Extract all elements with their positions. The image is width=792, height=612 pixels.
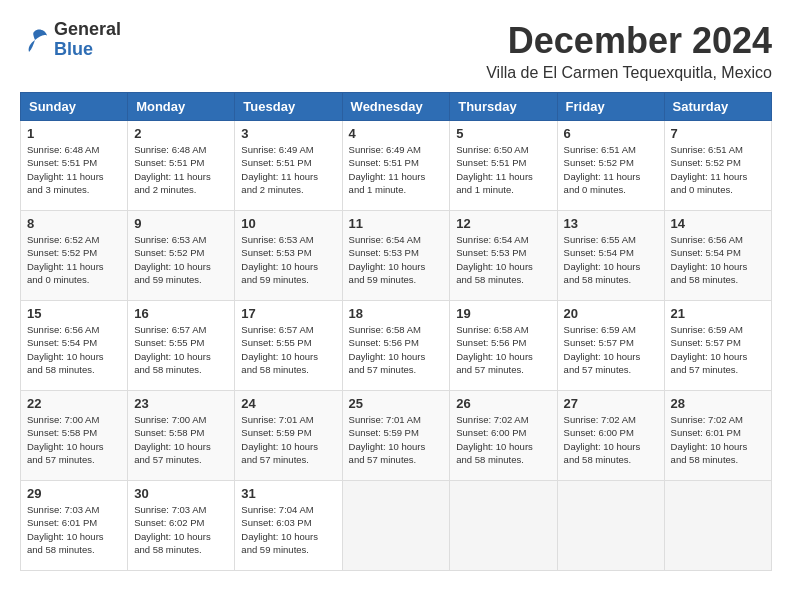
calendar-cell: 30Sunrise: 7:03 AM Sunset: 6:02 PM Dayli… [128,481,235,571]
day-info: Sunrise: 6:51 AM Sunset: 5:52 PM Dayligh… [671,144,748,195]
day-info: Sunrise: 6:57 AM Sunset: 5:55 PM Dayligh… [241,324,318,375]
calendar-cell [450,481,557,571]
day-info: Sunrise: 7:02 AM Sunset: 6:01 PM Dayligh… [671,414,748,465]
day-info: Sunrise: 6:52 AM Sunset: 5:52 PM Dayligh… [27,234,104,285]
calendar-cell: 15Sunrise: 6:56 AM Sunset: 5:54 PM Dayli… [21,301,128,391]
calendar-cell: 23Sunrise: 7:00 AM Sunset: 5:58 PM Dayli… [128,391,235,481]
day-info: Sunrise: 6:48 AM Sunset: 5:51 PM Dayligh… [27,144,104,195]
day-number: 29 [27,486,121,501]
day-number: 8 [27,216,121,231]
day-number: 12 [456,216,550,231]
day-number: 2 [134,126,228,141]
calendar-week-row: 15Sunrise: 6:56 AM Sunset: 5:54 PM Dayli… [21,301,772,391]
day-number: 7 [671,126,765,141]
day-number: 30 [134,486,228,501]
day-info: Sunrise: 7:04 AM Sunset: 6:03 PM Dayligh… [241,504,318,555]
page-header: General Blue December 2024 Villa de El C… [20,20,772,82]
day-info: Sunrise: 6:55 AM Sunset: 5:54 PM Dayligh… [564,234,641,285]
day-number: 5 [456,126,550,141]
day-info: Sunrise: 6:59 AM Sunset: 5:57 PM Dayligh… [671,324,748,375]
day-info: Sunrise: 6:56 AM Sunset: 5:54 PM Dayligh… [671,234,748,285]
calendar-header-friday: Friday [557,93,664,121]
day-number: 4 [349,126,444,141]
calendar-header-wednesday: Wednesday [342,93,450,121]
day-info: Sunrise: 6:48 AM Sunset: 5:51 PM Dayligh… [134,144,211,195]
day-info: Sunrise: 7:01 AM Sunset: 5:59 PM Dayligh… [241,414,318,465]
calendar-cell: 21Sunrise: 6:59 AM Sunset: 5:57 PM Dayli… [664,301,771,391]
day-number: 25 [349,396,444,411]
day-info: Sunrise: 7:03 AM Sunset: 6:02 PM Dayligh… [134,504,211,555]
calendar-cell: 2Sunrise: 6:48 AM Sunset: 5:51 PM Daylig… [128,121,235,211]
calendar-cell: 5Sunrise: 6:50 AM Sunset: 5:51 PM Daylig… [450,121,557,211]
day-info: Sunrise: 7:01 AM Sunset: 5:59 PM Dayligh… [349,414,426,465]
calendar-table: SundayMondayTuesdayWednesdayThursdayFrid… [20,92,772,571]
day-number: 28 [671,396,765,411]
calendar-cell: 28Sunrise: 7:02 AM Sunset: 6:01 PM Dayli… [664,391,771,481]
day-info: Sunrise: 7:00 AM Sunset: 5:58 PM Dayligh… [27,414,104,465]
day-info: Sunrise: 6:49 AM Sunset: 5:51 PM Dayligh… [241,144,318,195]
calendar-cell [664,481,771,571]
calendar-week-row: 8Sunrise: 6:52 AM Sunset: 5:52 PM Daylig… [21,211,772,301]
logo-blue: Blue [54,40,121,60]
calendar-header-row: SundayMondayTuesdayWednesdayThursdayFrid… [21,93,772,121]
day-number: 31 [241,486,335,501]
logo-text: General Blue [54,20,121,60]
day-info: Sunrise: 6:53 AM Sunset: 5:52 PM Dayligh… [134,234,211,285]
calendar-week-row: 29Sunrise: 7:03 AM Sunset: 6:01 PM Dayli… [21,481,772,571]
day-number: 18 [349,306,444,321]
logo: General Blue [20,20,121,60]
calendar-cell: 6Sunrise: 6:51 AM Sunset: 5:52 PM Daylig… [557,121,664,211]
day-info: Sunrise: 6:54 AM Sunset: 5:53 PM Dayligh… [456,234,533,285]
calendar-header-monday: Monday [128,93,235,121]
calendar-cell: 11Sunrise: 6:54 AM Sunset: 5:53 PM Dayli… [342,211,450,301]
day-info: Sunrise: 6:53 AM Sunset: 5:53 PM Dayligh… [241,234,318,285]
day-number: 27 [564,396,658,411]
calendar-cell: 1Sunrise: 6:48 AM Sunset: 5:51 PM Daylig… [21,121,128,211]
month-title: December 2024 [486,20,772,62]
day-info: Sunrise: 6:54 AM Sunset: 5:53 PM Dayligh… [349,234,426,285]
day-info: Sunrise: 6:49 AM Sunset: 5:51 PM Dayligh… [349,144,426,195]
day-number: 22 [27,396,121,411]
calendar-cell: 12Sunrise: 6:54 AM Sunset: 5:53 PM Dayli… [450,211,557,301]
day-number: 20 [564,306,658,321]
day-number: 24 [241,396,335,411]
calendar-cell: 31Sunrise: 7:04 AM Sunset: 6:03 PM Dayli… [235,481,342,571]
calendar-header-thursday: Thursday [450,93,557,121]
calendar-cell: 18Sunrise: 6:58 AM Sunset: 5:56 PM Dayli… [342,301,450,391]
day-info: Sunrise: 6:51 AM Sunset: 5:52 PM Dayligh… [564,144,641,195]
day-number: 9 [134,216,228,231]
calendar-cell: 4Sunrise: 6:49 AM Sunset: 5:51 PM Daylig… [342,121,450,211]
day-number: 6 [564,126,658,141]
calendar-cell: 20Sunrise: 6:59 AM Sunset: 5:57 PM Dayli… [557,301,664,391]
day-number: 23 [134,396,228,411]
day-number: 1 [27,126,121,141]
calendar-cell: 22Sunrise: 7:00 AM Sunset: 5:58 PM Dayli… [21,391,128,481]
calendar-cell: 9Sunrise: 6:53 AM Sunset: 5:52 PM Daylig… [128,211,235,301]
calendar-cell: 7Sunrise: 6:51 AM Sunset: 5:52 PM Daylig… [664,121,771,211]
day-number: 15 [27,306,121,321]
location-title: Villa de El Carmen Tequexquitla, Mexico [486,64,772,82]
logo-bird-icon [20,25,50,55]
day-info: Sunrise: 6:57 AM Sunset: 5:55 PM Dayligh… [134,324,211,375]
day-number: 10 [241,216,335,231]
day-info: Sunrise: 6:59 AM Sunset: 5:57 PM Dayligh… [564,324,641,375]
day-number: 11 [349,216,444,231]
calendar-cell: 24Sunrise: 7:01 AM Sunset: 5:59 PM Dayli… [235,391,342,481]
day-number: 17 [241,306,335,321]
calendar-header-sunday: Sunday [21,93,128,121]
day-number: 16 [134,306,228,321]
day-number: 14 [671,216,765,231]
calendar-week-row: 1Sunrise: 6:48 AM Sunset: 5:51 PM Daylig… [21,121,772,211]
day-info: Sunrise: 7:02 AM Sunset: 6:00 PM Dayligh… [564,414,641,465]
calendar-cell: 8Sunrise: 6:52 AM Sunset: 5:52 PM Daylig… [21,211,128,301]
calendar-header-saturday: Saturday [664,93,771,121]
day-info: Sunrise: 6:56 AM Sunset: 5:54 PM Dayligh… [27,324,104,375]
calendar-cell: 26Sunrise: 7:02 AM Sunset: 6:00 PM Dayli… [450,391,557,481]
day-info: Sunrise: 7:00 AM Sunset: 5:58 PM Dayligh… [134,414,211,465]
day-info: Sunrise: 6:58 AM Sunset: 5:56 PM Dayligh… [349,324,426,375]
day-info: Sunrise: 6:58 AM Sunset: 5:56 PM Dayligh… [456,324,533,375]
day-number: 13 [564,216,658,231]
calendar-cell: 16Sunrise: 6:57 AM Sunset: 5:55 PM Dayli… [128,301,235,391]
calendar-cell: 25Sunrise: 7:01 AM Sunset: 5:59 PM Dayli… [342,391,450,481]
calendar-cell: 17Sunrise: 6:57 AM Sunset: 5:55 PM Dayli… [235,301,342,391]
